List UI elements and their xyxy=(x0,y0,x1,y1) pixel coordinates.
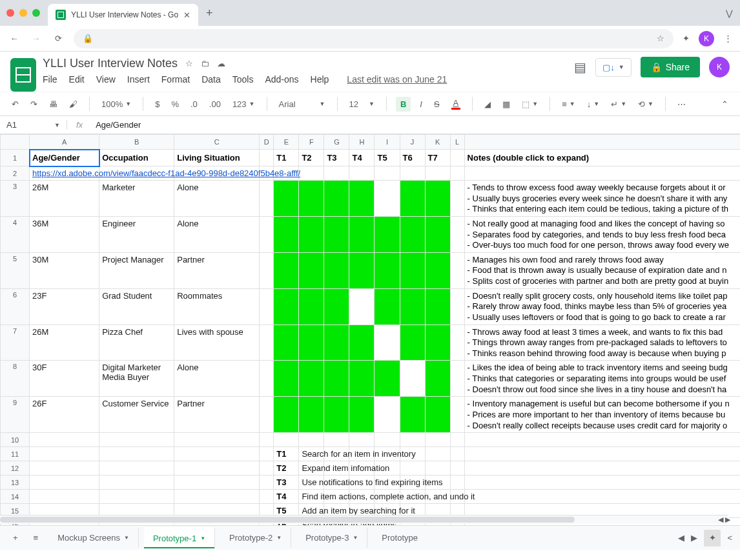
row-header[interactable]: 6 xyxy=(1,288,30,325)
task-id[interactable]: T2 xyxy=(274,461,299,475)
close-window-icon[interactable] xyxy=(6,9,14,17)
cell[interactable]: Living Situation xyxy=(174,150,260,166)
cell[interactable]: 23F xyxy=(30,288,99,325)
cell[interactable] xyxy=(299,288,324,325)
cell[interactable] xyxy=(450,325,464,361)
horizontal-scrollbar[interactable] xyxy=(0,515,728,524)
cell[interactable]: Engineer xyxy=(99,216,174,252)
cell[interactable] xyxy=(299,252,324,288)
add-sheet-button[interactable]: + xyxy=(8,530,23,545)
menu-help[interactable]: Help xyxy=(311,74,329,85)
sheet-tab-mockup[interactable]: Mockup Screens▼ xyxy=(48,528,139,548)
cell[interactable] xyxy=(349,216,375,252)
cell[interactable] xyxy=(450,288,464,325)
cell[interactable]: Lives with spouse xyxy=(174,325,260,361)
col-header[interactable]: G xyxy=(324,135,349,150)
bold-button[interactable]: B xyxy=(396,97,411,112)
cell[interactable] xyxy=(324,325,349,361)
name-box[interactable]: A1▼ xyxy=(0,120,67,130)
move-doc-icon[interactable]: 🗀 xyxy=(201,59,209,68)
cell[interactable]: T1 xyxy=(274,150,299,166)
cell[interactable] xyxy=(464,433,740,447)
cell[interactable] xyxy=(400,181,425,217)
cell[interactable] xyxy=(260,433,274,447)
cell[interactable] xyxy=(375,181,400,217)
cell[interactable] xyxy=(450,181,464,217)
sheet-tab-prototype-2[interactable]: Prototype-2▼ xyxy=(220,528,291,548)
col-header[interactable]: L xyxy=(450,135,464,150)
notes-cell[interactable]: - Not really good at managing food and l… xyxy=(464,216,740,252)
row-header[interactable]: 10 xyxy=(1,433,30,447)
cell[interactable]: Alone xyxy=(174,216,260,252)
cell[interactable]: Pizza Chef xyxy=(99,325,174,361)
cell[interactable] xyxy=(349,288,375,325)
cell[interactable] xyxy=(400,325,425,361)
col-header[interactable]: B xyxy=(99,135,174,150)
merge-cells-button[interactable]: ⬚ ▼ xyxy=(519,98,540,110)
cell[interactable] xyxy=(324,216,349,252)
browser-menu-icon[interactable]: ⋮ xyxy=(723,34,732,43)
cell[interactable]: T4 xyxy=(349,150,375,166)
cell[interactable] xyxy=(450,361,464,397)
cell[interactable] xyxy=(464,475,740,490)
sheet-tab-prototype-4[interactable]: Prototype xyxy=(373,528,418,548)
share-button[interactable]: 🔒 Share xyxy=(641,57,700,77)
cell[interactable] xyxy=(174,447,260,461)
cell[interactable] xyxy=(299,216,324,252)
cell[interactable] xyxy=(425,325,450,361)
print-button[interactable]: 🖶 xyxy=(46,98,60,110)
cell[interactable] xyxy=(30,447,99,461)
cell[interactable] xyxy=(375,216,400,252)
comments-icon[interactable]: ▤ xyxy=(574,59,586,75)
cell[interactable] xyxy=(450,461,464,475)
col-header[interactable]: J xyxy=(400,135,425,150)
cell[interactable] xyxy=(324,166,349,181)
cell[interactable] xyxy=(464,166,740,181)
maximize-window-icon[interactable] xyxy=(32,9,40,17)
browser-avatar[interactable]: K xyxy=(699,31,714,46)
cell[interactable] xyxy=(174,433,260,447)
font-selector[interactable]: Arial ▼ xyxy=(276,98,328,110)
cell[interactable] xyxy=(174,490,260,504)
cell[interactable] xyxy=(450,475,464,490)
number-format-button[interactable]: 123▼ xyxy=(230,98,258,110)
menu-tools[interactable]: Tools xyxy=(232,74,254,85)
decrease-decimal-button[interactable]: .0 xyxy=(188,98,200,110)
row-header[interactable]: 11 xyxy=(1,447,30,461)
minimize-window-icon[interactable] xyxy=(19,9,27,17)
present-button[interactable]: ▢↓ ▼ xyxy=(595,58,631,77)
cell[interactable] xyxy=(299,361,324,397)
row-header[interactable]: 1 xyxy=(1,150,30,166)
cell[interactable] xyxy=(324,252,349,288)
cell[interactable]: Grad Student xyxy=(99,288,174,325)
address-bar[interactable]: 🔒 ☆ xyxy=(74,29,673,48)
cell[interactable] xyxy=(450,447,464,461)
cell[interactable] xyxy=(99,490,174,504)
cell[interactable]: Partner xyxy=(174,252,260,288)
side-panel-toggle-icon[interactable]: < xyxy=(727,533,732,543)
cell[interactable] xyxy=(400,461,425,475)
cell[interactable] xyxy=(260,325,274,361)
collapse-toolbar-icon[interactable]: ⌃ xyxy=(719,98,731,110)
cell[interactable] xyxy=(400,361,425,397)
cell[interactable] xyxy=(349,252,375,288)
cell[interactable]: Marketer xyxy=(99,181,174,217)
cell[interactable] xyxy=(299,397,324,433)
wrap-button[interactable]: ↵ ▼ xyxy=(608,98,629,110)
notes-cell[interactable]: - Doesn't really split grocery costs, on… xyxy=(464,288,740,325)
cell[interactable] xyxy=(260,150,274,166)
cell[interactable] xyxy=(274,433,299,447)
task-id[interactable]: T1 xyxy=(274,447,299,461)
cell[interactable] xyxy=(425,461,450,475)
cell[interactable]: T7 xyxy=(425,150,450,166)
cell[interactable] xyxy=(260,361,274,397)
notes-cell[interactable]: - Tends to throw excess food away weekly… xyxy=(464,181,740,217)
cell[interactable] xyxy=(375,288,400,325)
col-header[interactable]: D xyxy=(260,135,274,150)
col-header[interactable]: F xyxy=(299,135,324,150)
cell[interactable] xyxy=(450,216,464,252)
cell[interactable]: 36M xyxy=(30,216,99,252)
notes-cell[interactable]: - Inventory management is useful but can… xyxy=(464,397,740,433)
cell[interactable] xyxy=(425,181,450,217)
percent-button[interactable]: % xyxy=(169,98,181,110)
